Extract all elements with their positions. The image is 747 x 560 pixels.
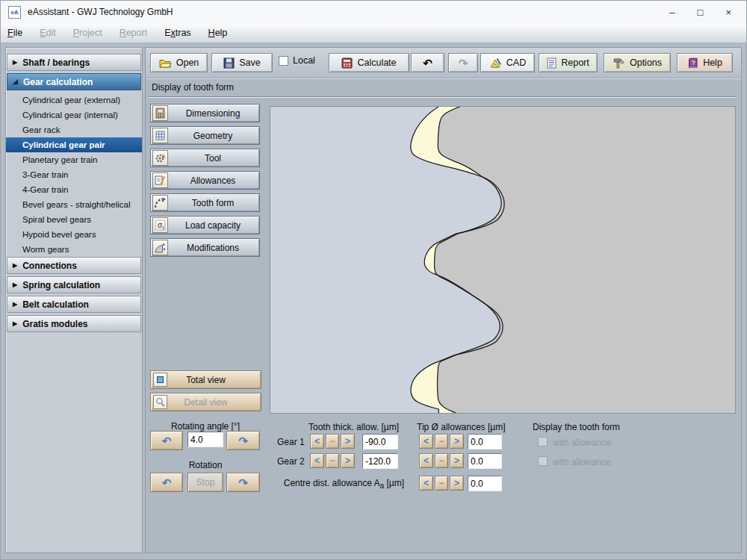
dimensioning-button[interactable]: Dimensioning xyxy=(150,104,260,122)
tip2-reset-button[interactable]: − xyxy=(435,453,448,468)
sidebar-item-gear-rack[interactable]: Gear rack xyxy=(6,122,142,137)
rotation-ccw-button[interactable]: ↶ xyxy=(150,473,183,492)
centre-distance-input[interactable] xyxy=(468,476,502,491)
main-panel: Open Save Local Calculate ↶ xyxy=(145,47,742,553)
gear2-thickness-input[interactable] xyxy=(362,453,398,469)
allowances-label: Allowances xyxy=(168,175,258,186)
geometry-button[interactable]: Geometry xyxy=(150,126,260,145)
local-checkbox[interactable] xyxy=(279,56,288,66)
total-view-button[interactable]: Total view xyxy=(150,370,261,389)
cad-label: CAD xyxy=(506,57,526,68)
rotation-cw-button[interactable]: ↷ xyxy=(226,473,260,492)
help-book-icon: ? xyxy=(687,57,698,69)
tooth-thickness-header: Tooth thick. allow. [µm] xyxy=(292,422,415,432)
tip1-allowance-input[interactable] xyxy=(468,434,502,449)
centre-distance-decrement-button[interactable]: < xyxy=(419,476,433,491)
options-label: Options xyxy=(630,57,662,68)
tooth-form-button[interactable]: Tooth form xyxy=(150,193,260,212)
options-button[interactable]: Options xyxy=(604,53,671,72)
sidebar-item-bevel-gears[interactable]: Bevel gears - straight/helical xyxy=(6,197,142,212)
sidebar-section-connections[interactable]: ▶ Connections xyxy=(7,257,141,274)
sidebar-item-4-gear-train[interactable]: 4-Gear train xyxy=(6,182,142,197)
gear1-label: Gear 1 xyxy=(277,437,305,447)
cad-button[interactable]: CAD xyxy=(480,53,535,72)
modifications-button[interactable]: Modifications xyxy=(150,238,260,257)
gear1-thickness-input[interactable] xyxy=(362,434,398,449)
open-button[interactable]: Open xyxy=(150,53,208,72)
chevron-left-icon: < xyxy=(314,436,320,447)
report-button[interactable]: Report xyxy=(539,53,598,72)
close-icon[interactable]: × xyxy=(725,7,731,17)
rotating-angle-input[interactable] xyxy=(187,432,223,447)
rotate-ccw-button[interactable]: ↶ xyxy=(150,431,183,450)
menu-file[interactable]: File xyxy=(7,28,22,38)
tip1-decrement-button[interactable]: < xyxy=(419,434,433,449)
sidebar-item-worm-gears[interactable]: Worm gears xyxy=(6,242,142,257)
chevron-left-icon: < xyxy=(424,478,429,488)
tip1-increment-button[interactable]: > xyxy=(450,434,464,449)
sidebar-section-gear-calculation[interactable]: ◢ Gear calculation xyxy=(7,73,141,90)
tool-button[interactable]: Tool xyxy=(150,149,260,167)
tip2-decrement-button[interactable]: < xyxy=(419,453,433,468)
chevron-expanded-icon: ◢ xyxy=(13,78,18,85)
sidebar-section-gratis-modules[interactable]: ▶ Gratis modules xyxy=(7,315,141,332)
sidebar-section-spring-calculation[interactable]: ▶ Spring calculation xyxy=(7,276,141,293)
save-label: Save xyxy=(239,57,261,68)
toolbar: Open Save Local Calculate ↶ xyxy=(146,48,741,78)
sidebar-item-cylindrical-gear-internal[interactable]: Cylindrical gear (internal) xyxy=(6,108,142,122)
gear1-decrement-button[interactable]: < xyxy=(310,434,324,449)
gear2-decrement-button[interactable]: < xyxy=(310,453,324,468)
calculator-icon xyxy=(341,57,353,69)
undo-icon: ↶ xyxy=(423,57,433,69)
gear1-increment-button[interactable]: > xyxy=(341,434,355,449)
sidebar-item-cylindrical-gear-pair[interactable]: Cylindrical gear pair xyxy=(6,137,142,152)
allowances-button[interactable]: Allowances xyxy=(150,171,260,190)
undo-button[interactable]: ↶ xyxy=(411,53,444,72)
sidebar-section-shaft-bearings[interactable]: ▶ Shaft / bearings xyxy=(7,54,141,71)
tooth-form-label: Tooth form xyxy=(168,198,258,208)
maximize-icon[interactable]: □ xyxy=(698,7,704,17)
sidebar-item-hypoid-bevel-gears[interactable]: Hypoid bevel gears xyxy=(6,227,142,242)
gear2-reset-button[interactable]: − xyxy=(326,453,339,468)
calculate-button[interactable]: Calculate xyxy=(329,53,409,72)
section-label: Gratis modules xyxy=(22,319,87,329)
report-document-icon xyxy=(547,57,557,69)
menu-extras[interactable]: Extras xyxy=(164,28,190,38)
centre-distance-reset-button[interactable]: − xyxy=(435,476,448,491)
chevron-right-icon: > xyxy=(345,455,350,466)
sidebar-item-cylindrical-gear-external[interactable]: Cylindrical gear (external) xyxy=(6,93,142,108)
minus-icon: − xyxy=(438,455,444,466)
sidebar-item-3-gear-train[interactable]: 3-Gear train xyxy=(6,167,142,182)
gear1-reset-button[interactable]: − xyxy=(326,434,339,449)
sidebar-item-spiral-bevel-gears[interactable]: Spiral bevel gears xyxy=(6,212,142,227)
tip1-reset-button[interactable]: − xyxy=(435,434,448,449)
menu-report: Report xyxy=(120,28,148,38)
load-capacity-button[interactable]: σx Load capacity xyxy=(150,216,260,234)
rotation-label: Rotation xyxy=(146,460,265,470)
chevron-right-icon: ▶ xyxy=(13,263,17,269)
tip2-increment-button[interactable]: > xyxy=(450,453,464,468)
gear2-increment-button[interactable]: > xyxy=(341,453,355,468)
rotate-cw-icon: ↷ xyxy=(238,435,248,447)
notepad-pencil-icon xyxy=(152,172,168,188)
save-button[interactable]: Save xyxy=(211,53,273,72)
page-title: Display of tooth form xyxy=(152,82,234,93)
sidebar-section-belt-calculation[interactable]: ▶ Belt calculation xyxy=(7,296,141,313)
geometry-label: Geometry xyxy=(168,131,258,141)
minus-icon: − xyxy=(438,478,444,488)
menu-help[interactable]: Help xyxy=(208,28,228,38)
content-area: ▶ Shaft / bearings ◢ Gear calculation Cy… xyxy=(1,44,746,559)
with-allowance-label-1: with allowance xyxy=(553,438,611,448)
help-button[interactable]: ? Help xyxy=(677,53,733,72)
rotate-cw-button[interactable]: ↷ xyxy=(226,431,260,450)
minimize-icon[interactable]: – xyxy=(669,7,675,17)
centre-distance-increment-button[interactable]: > xyxy=(450,476,464,491)
sidebar-item-planetary-gear-train[interactable]: Planetary gear train xyxy=(6,152,142,167)
tools-icon xyxy=(613,57,625,69)
chevron-left-icon: < xyxy=(424,455,429,466)
chevron-right-icon: ▶ xyxy=(13,302,17,308)
tip2-allowance-input[interactable] xyxy=(468,453,502,469)
svg-text:?: ? xyxy=(691,58,695,66)
section-label: Gear calculation xyxy=(23,77,93,87)
chevron-right-icon: ▶ xyxy=(13,282,17,288)
